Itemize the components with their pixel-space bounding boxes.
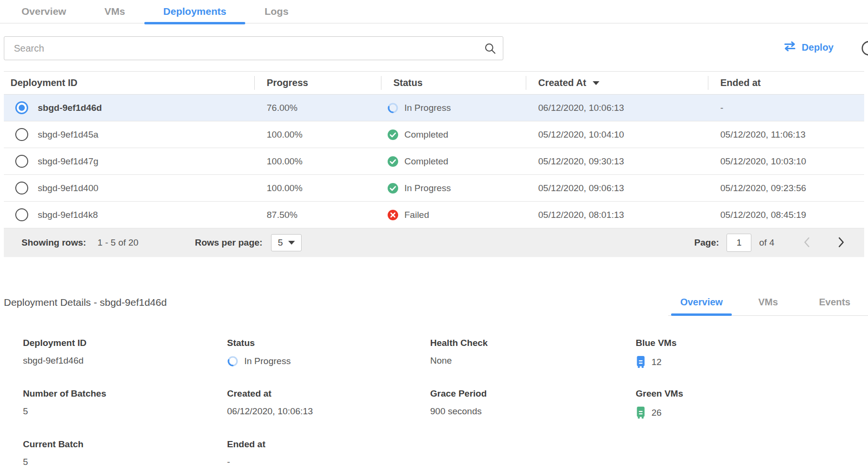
deployment-id: sbgd-9ef1d46d (38, 103, 102, 113)
top-tab-label: Logs (264, 6, 288, 17)
detail-field-label: Grace Period (430, 388, 636, 399)
status-label: In Progress (404, 103, 451, 113)
status-icon-slot (387, 209, 399, 221)
page-number-input[interactable] (727, 234, 751, 252)
ended-at-cell: - (708, 95, 864, 121)
details-grid: Deployment ID sbgd-9ef1d46d Status In Pr… (0, 316, 868, 474)
status-icon-slot (387, 156, 399, 167)
completed-check-icon (387, 156, 399, 167)
deployment-id-cell: sbgd-9ef1d45a (4, 121, 254, 148)
ended-at-cell: 05/12/2020, 09:23:56 (708, 175, 864, 201)
showing-rows-label: Showing rows: (22, 237, 86, 248)
detail-field: Number of Batches 5 (23, 388, 227, 419)
detail-field: Grace Period 900 seconds (430, 388, 636, 419)
column-header: Progress (254, 72, 381, 94)
details-tab-vms[interactable]: VMs (735, 292, 801, 315)
created-at-value: 06/12/2020, 10:06:13 (538, 103, 624, 113)
detail-field: Ended at - (227, 439, 430, 467)
top-tab-bar: Overview VMs Deployments Logs (0, 0, 868, 23)
top-tab-vms[interactable]: VMs (85, 0, 144, 24)
detail-field-value: sbgd-9ef1d46d (23, 356, 84, 366)
sort-desc-icon (593, 81, 599, 85)
completed-check-icon (387, 183, 399, 194)
server-icon (636, 406, 646, 419)
pagination: Page: of 4 (694, 234, 847, 252)
column-header-label: Created At (538, 77, 586, 88)
column-header: Deployment ID (4, 72, 254, 94)
row-radio[interactable] (15, 208, 28, 221)
search-input[interactable] (4, 36, 503, 60)
deployment-id-cell: sbgd-9ef1d4k8 (4, 202, 254, 228)
table-row[interactable]: sbgd-9ef1d47g 100.00% Completed 05/12/20… (4, 148, 864, 175)
created-at-value: 05/12/2020, 09:30:13 (538, 156, 624, 167)
detail-field-value: 900 seconds (430, 406, 482, 417)
status-label: Completed (404, 156, 448, 167)
table-footer: Showing rows: 1 - 5 of 20 Rows per page:… (4, 228, 864, 257)
details-tab-events[interactable]: Events (802, 292, 868, 315)
detail-field-value: None (430, 356, 452, 366)
detail-field-label: Created at (227, 388, 430, 399)
details-tab-label: VMs (758, 297, 778, 307)
detail-field-label: Blue VMs (636, 338, 868, 348)
page-label: Page: (694, 237, 719, 248)
toolbar-row: Deploy (4, 36, 864, 60)
previous-page-button[interactable] (801, 235, 813, 251)
status-cell: In Progress (381, 175, 526, 201)
column-header-label: Deployment ID (11, 77, 77, 88)
top-tab-label: Deployments (163, 6, 227, 17)
ended-at-cell: 05/12/2020, 11:06:13 (708, 121, 864, 148)
created-at-value: 05/12/2020, 09:06:13 (538, 183, 624, 194)
status-cell: Failed (381, 202, 526, 228)
completed-check-icon (387, 129, 399, 140)
details-title: Deployment Details - sbgd-9ef1d46d (4, 297, 167, 308)
detail-field-label: Number of Batches (23, 388, 227, 399)
column-header: Status (381, 72, 526, 94)
details-tab-overview[interactable]: Overview (668, 292, 735, 315)
ended-at-value: 05/12/2020, 11:06:13 (720, 129, 805, 140)
status-icon-slot (387, 183, 399, 194)
status-label: Failed (404, 210, 429, 220)
top-tab-overview[interactable]: Overview (2, 0, 85, 24)
detail-field: Deployment ID sbgd-9ef1d46d (23, 338, 227, 368)
table-row[interactable]: sbgd-9ef1d46d 76.00% In Progress 06/12/2… (4, 95, 864, 121)
table-header-row: Deployment ID Progress Status Created At… (4, 71, 864, 95)
created-at-cell: 05/12/2020, 09:30:13 (526, 148, 708, 174)
detail-field-icon-slot (227, 356, 239, 367)
column-header-label: Progress (267, 77, 308, 88)
row-radio[interactable] (15, 128, 28, 141)
rows-per-page-value: 5 (278, 237, 283, 248)
table-row[interactable]: sbgd-9ef1d45a 100.00% Completed 05/12/20… (4, 121, 864, 148)
top-tab-label: VMs (104, 6, 125, 17)
search-icon[interactable] (484, 42, 497, 57)
status-label: In Progress (404, 183, 451, 194)
detail-field: Blue VMs 12 (636, 338, 868, 368)
failed-x-icon (387, 209, 399, 221)
deployment-id: sbgd-9ef1d400 (38, 183, 98, 194)
row-radio[interactable] (15, 101, 28, 114)
next-page-button[interactable] (835, 235, 847, 251)
top-tab-deployments[interactable]: Deployments (144, 0, 246, 24)
top-tab-logs[interactable]: Logs (245, 0, 307, 24)
status-icon-slot (387, 129, 399, 140)
page-total: of 4 (759, 237, 774, 248)
ended-at-value: 05/12/2020, 08:45:19 (720, 210, 806, 220)
deployment-id: sbgd-9ef1d47g (38, 156, 98, 167)
row-radio[interactable] (15, 182, 28, 194)
table-row[interactable]: sbgd-9ef1d400 100.00% In Progress 05/12/… (4, 175, 864, 202)
deployment-id: sbgd-9ef1d45a (38, 129, 98, 140)
detail-field-label: Ended at (227, 439, 430, 450)
ended-at-value: - (720, 103, 723, 113)
history-icon[interactable] (858, 39, 868, 57)
deploy-button-label: Deploy (802, 42, 834, 53)
deployments-table: Deployment ID Progress Status Created At… (4, 71, 864, 228)
detail-field-label: Current Batch (23, 439, 227, 450)
column-header[interactable]: Created At (526, 72, 708, 94)
status-icon-slot (387, 102, 399, 114)
rows-per-page-select[interactable]: 5 (271, 234, 302, 251)
table-row[interactable]: sbgd-9ef1d4k8 87.50% Failed 05/12/2020, … (4, 202, 864, 228)
deploy-swap-arrows-icon (783, 41, 796, 54)
details-tab-bar: Overview VMs Events (668, 292, 868, 316)
detail-field-label: Deployment ID (23, 338, 227, 348)
deploy-button[interactable]: Deploy (783, 41, 834, 54)
row-radio[interactable] (15, 155, 28, 168)
